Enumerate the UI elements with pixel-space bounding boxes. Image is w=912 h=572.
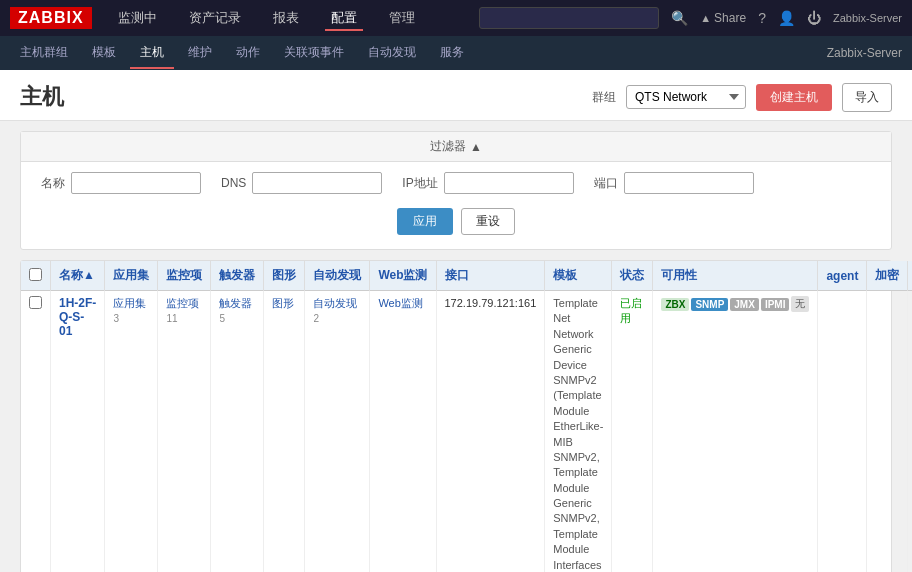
filter-label: 过滤器	[430, 138, 466, 155]
name-label: 名称	[41, 175, 65, 192]
server-label: Zabbix-Server	[833, 12, 902, 24]
row-avail-cell: ZBX SNMP JMX IPMI 无	[653, 291, 818, 573]
table-row: 1H-2F-Q-S-01 应用集3 监控项11 触发器5 图形 自动发现2 We…	[21, 291, 912, 573]
col-triggers: 触发器	[211, 261, 264, 291]
filter-body: 名称 DNS IP地址 端口 应用 重设	[21, 162, 891, 249]
nav-services[interactable]: 服务	[430, 38, 474, 69]
ip-label: IP地址	[402, 175, 437, 192]
badge-snmp: SNMP	[691, 298, 728, 311]
col-agent: agent	[818, 261, 867, 291]
row-app-cell: 应用集3	[105, 291, 158, 573]
trigger-link[interactable]: 触发器5	[219, 297, 252, 324]
badge-ipmi: IPMI	[761, 298, 790, 311]
port-input[interactable]	[624, 172, 754, 194]
row-info-cell	[908, 291, 912, 573]
col-template: 模板	[545, 261, 612, 291]
content-area: 过滤器 ▲ 名称 DNS IP地址 端口	[0, 121, 912, 572]
col-availability: 可用性	[653, 261, 818, 291]
row-agent-cell	[818, 291, 867, 573]
filter-chevron-icon: ▲	[470, 140, 482, 154]
row-checkbox[interactable]	[29, 296, 42, 309]
name-field: 名称	[41, 172, 201, 194]
availability-badges: ZBX SNMP JMX IPMI 无	[661, 296, 809, 312]
select-all-checkbox[interactable]	[29, 268, 42, 281]
col-appsets: 应用集	[105, 261, 158, 291]
filter-section: 过滤器 ▲ 名称 DNS IP地址 端口	[20, 131, 892, 250]
row-name-cell: 1H-2F-Q-S-01	[51, 291, 105, 573]
row-status-cell: 已启用	[612, 291, 653, 573]
graph-link[interactable]: 图形	[272, 297, 294, 309]
ip-input[interactable]	[444, 172, 574, 194]
group-label: 群组	[592, 89, 616, 106]
top-nav-right: 🔍 ▲ Share ? 👤 ⏻ Zabbix-Server	[479, 7, 902, 29]
port-field: 端口	[594, 172, 754, 194]
monitor-link[interactable]: 监控项11	[166, 297, 199, 324]
row-ip-cell: 172.19.79.121:161	[436, 291, 545, 573]
nav-monitor[interactable]: 监测中	[112, 5, 163, 31]
badge-zbx: ZBX	[661, 298, 689, 311]
col-monitors: 监控项	[158, 261, 211, 291]
create-host-button[interactable]: 创建主机	[756, 84, 832, 111]
logo: ZABBIX	[10, 7, 92, 29]
row-graph-cell: 图形	[264, 291, 305, 573]
user-icon[interactable]: 👤	[778, 10, 795, 26]
dns-input[interactable]	[252, 172, 382, 194]
dns-label: DNS	[221, 176, 246, 190]
top-nav: ZABBIX 监测中 资产记录 报表 配置 管理 🔍 ▲ Share ? 👤 ⏻…	[0, 0, 912, 36]
host-link[interactable]: 1H-2F-Q-S-01	[59, 296, 96, 338]
col-name[interactable]: 名称▲	[51, 261, 105, 291]
nav-hostgroups[interactable]: 主机群组	[10, 38, 78, 69]
template-text: Template Net Network Generic Device SNMP…	[553, 297, 603, 572]
col-interface: 接口	[436, 261, 545, 291]
nav-hosts[interactable]: 主机	[130, 38, 174, 69]
ip-text: 172.19.79.121:161	[445, 297, 537, 309]
filter-toggle[interactable]: 过滤器 ▲	[21, 132, 891, 162]
filter-row: 名称 DNS IP地址 端口	[41, 172, 871, 194]
apply-button[interactable]: 应用	[397, 208, 453, 235]
search-input[interactable]	[479, 7, 659, 29]
col-status: 状态	[612, 261, 653, 291]
share-button[interactable]: ▲ Share	[700, 11, 746, 25]
nav-assets[interactable]: 资产记录	[183, 5, 247, 31]
second-nav: 主机群组 模板 主机 维护 动作 关联项事件 自动发现 服务 Zabbix-Se…	[0, 36, 912, 70]
row-trigger-cell: 触发器5	[211, 291, 264, 573]
search-icon[interactable]: 🔍	[671, 10, 688, 26]
reset-button[interactable]: 重设	[461, 208, 515, 235]
col-encrypt: 加密	[867, 261, 908, 291]
badge-none: 无	[791, 296, 809, 312]
col-checkbox	[21, 261, 51, 291]
nav-discovery[interactable]: 自动发现	[358, 38, 426, 69]
app-link[interactable]: 应用集3	[113, 297, 146, 324]
server-name-right: Zabbix-Server	[827, 46, 902, 60]
col-info: 信息	[908, 261, 912, 291]
nav-config[interactable]: 配置	[325, 5, 363, 31]
power-icon[interactable]: ⏻	[807, 10, 821, 26]
table-body: 1H-2F-Q-S-01 应用集3 监控项11 触发器5 图形 自动发现2 We…	[21, 291, 912, 573]
web-link[interactable]: Web监测	[378, 297, 422, 309]
row-web-cell: Web监测	[370, 291, 436, 573]
nav-admin[interactable]: 管理	[383, 5, 421, 31]
header-right: 群组 QTS Network 创建主机 导入	[592, 83, 892, 112]
page-title: 主机	[20, 82, 592, 112]
name-input[interactable]	[71, 172, 201, 194]
col-discovery: 自动发现	[305, 261, 370, 291]
discover-link[interactable]: 自动发现2	[313, 297, 357, 324]
col-web: Web监测	[370, 261, 436, 291]
import-button[interactable]: 导入	[842, 83, 892, 112]
nav-maintenance[interactable]: 维护	[178, 38, 222, 69]
nav-actions[interactable]: 动作	[226, 38, 270, 69]
nav-correlation[interactable]: 关联项事件	[274, 38, 354, 69]
badge-jmx: JMX	[730, 298, 759, 311]
row-discover-cell: 自动发现2	[305, 291, 370, 573]
row-checkbox-cell	[21, 291, 51, 573]
help-icon[interactable]: ?	[758, 10, 766, 26]
group-select[interactable]: QTS Network	[626, 85, 746, 109]
port-label: 端口	[594, 175, 618, 192]
nav-reports[interactable]: 报表	[267, 5, 305, 31]
page-header: 主机 群组 QTS Network 创建主机 导入	[0, 70, 912, 121]
status-label: 已启用	[620, 297, 642, 324]
dns-field: DNS	[221, 172, 382, 194]
col-graphs: 图形	[264, 261, 305, 291]
row-template-cell: Template Net Network Generic Device SNMP…	[545, 291, 612, 573]
nav-templates[interactable]: 模板	[82, 38, 126, 69]
